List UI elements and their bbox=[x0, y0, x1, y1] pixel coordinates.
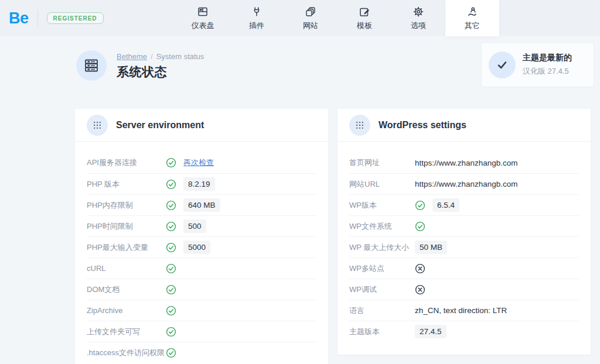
row-label: API服务器连接 bbox=[87, 157, 166, 168]
server-environment-card: Server environment API服务器连接再次检查PHP 版本8.2… bbox=[75, 109, 328, 364]
value-chip: 500 bbox=[183, 219, 206, 233]
row-label: PHP最大输入变量 bbox=[87, 242, 166, 253]
row-label: WP多站点 bbox=[349, 263, 415, 274]
status-row: API服务器连接再次检查 bbox=[87, 152, 316, 173]
theme-uptodate-check-icon bbox=[489, 51, 516, 78]
row-label: DOM文档 bbox=[87, 284, 166, 295]
card-header: WordPress settings bbox=[338, 109, 591, 142]
check-circle-icon bbox=[166, 348, 183, 358]
value-text: https://www.zhanzhangb.com bbox=[415, 180, 518, 188]
card-header: Server environment bbox=[75, 109, 328, 142]
page-title: 系统状态 bbox=[117, 64, 204, 80]
other-icon bbox=[466, 5, 478, 18]
nav-item-websites[interactable]: 网站 bbox=[284, 0, 338, 36]
check-circle-icon bbox=[166, 305, 183, 316]
status-rows: 首页网址https://www.zhanzhangb.com网站URLhttps… bbox=[338, 142, 591, 355]
status-row: .htaccess文件访问权限 bbox=[87, 342, 316, 363]
page-header: Betheme/System status 系统状态 主题是最新的 汉化版 27… bbox=[0, 36, 600, 109]
row-label: WP 最大上传大小 bbox=[349, 242, 415, 253]
breadcrumb-current: System status bbox=[156, 52, 204, 61]
check-circle-icon bbox=[166, 179, 183, 190]
status-row: WP版本6.5.4 bbox=[349, 194, 579, 215]
status-row: WP 最大上传大小50 MB bbox=[349, 236, 579, 257]
status-row: 主题版本27.4.5 bbox=[349, 321, 579, 342]
status-row: WP调试 bbox=[349, 279, 579, 300]
value-chip: 640 MB bbox=[183, 198, 220, 212]
row-label: 语言 bbox=[349, 305, 415, 316]
status-row: ZipArchive bbox=[87, 300, 316, 321]
status-row: PHP时间限制500 bbox=[87, 215, 316, 236]
value-chip: 6.5.4 bbox=[432, 198, 459, 212]
dots-grid-icon bbox=[87, 115, 108, 136]
status-rows: API服务器连接再次检查PHP 版本8.2.19PHP内存限制640 MBPHP… bbox=[75, 142, 328, 364]
status-row: 上传文件夹可写 bbox=[87, 321, 316, 342]
check-circle-icon bbox=[166, 157, 183, 168]
nav-item-dashboard[interactable]: 仪表盘 bbox=[176, 0, 230, 36]
brand-area: Be REGISTERED bbox=[0, 9, 104, 28]
system-status-icon bbox=[76, 50, 107, 81]
status-row: WP多站点 bbox=[349, 257, 579, 279]
row-label: ZipArchive bbox=[87, 306, 166, 315]
status-row: DOM文档 bbox=[87, 279, 316, 300]
plugins-icon bbox=[251, 5, 262, 18]
value-chip: 50 MB bbox=[415, 241, 447, 254]
check-circle-icon bbox=[166, 242, 183, 253]
row-label: WP文件系统 bbox=[349, 221, 415, 232]
nav-item-plugins[interactable]: 插件 bbox=[230, 0, 284, 36]
check-circle-icon bbox=[166, 200, 183, 211]
check-circle-icon bbox=[166, 327, 183, 337]
row-label: cURL bbox=[87, 264, 166, 273]
check-circle-icon bbox=[166, 263, 183, 274]
nav-item-options[interactable]: 选项 bbox=[391, 0, 445, 36]
row-label: 上传文件夹可写 bbox=[87, 327, 166, 337]
status-row: PHP最大输入变量5000 bbox=[87, 236, 316, 257]
value-chip: 5000 bbox=[183, 241, 210, 254]
status-row: 语言zh_CN, text direction: LTR bbox=[349, 300, 579, 321]
check-circle-icon bbox=[166, 221, 183, 232]
cross-circle-icon bbox=[415, 284, 432, 295]
dots-grid-icon bbox=[349, 115, 370, 136]
value-chip: 8.2.19 bbox=[183, 177, 215, 191]
nav-item-other[interactable]: 其它 bbox=[445, 0, 499, 36]
registered-badge: REGISTERED bbox=[47, 12, 104, 24]
status-row: 网站URLhttps://www.zhanzhangb.com bbox=[349, 173, 579, 194]
breadcrumb-separator: / bbox=[151, 52, 153, 61]
row-label: 首页网址 bbox=[349, 157, 415, 168]
row-label: 网站URL bbox=[349, 179, 415, 190]
check-circle-icon bbox=[415, 200, 432, 211]
card-title: WordPress settings bbox=[379, 120, 466, 131]
dashboard-icon bbox=[197, 5, 209, 18]
value-text: zh_CN, text direction: LTR bbox=[415, 306, 507, 315]
check-circle-icon bbox=[415, 221, 432, 232]
page-header-left: Betheme/System status 系统状态 bbox=[76, 50, 204, 81]
row-label: .htaccess文件访问权限 bbox=[87, 348, 166, 358]
betheme-logo[interactable]: Be bbox=[9, 9, 29, 28]
value-chip: 27.4.5 bbox=[415, 325, 446, 338]
check-circle-icon bbox=[166, 284, 183, 295]
main-navigation: 仪表盘 插件 网站 模板 选项 其它 bbox=[176, 0, 499, 36]
cross-circle-icon bbox=[415, 263, 432, 274]
top-navbar: Be REGISTERED 仪表盘 插件 网站 模板 选项 其它 bbox=[0, 0, 600, 36]
theme-status-title: 主题是最新的 bbox=[523, 53, 572, 63]
nav-item-templates[interactable]: 模板 bbox=[338, 0, 391, 36]
options-icon bbox=[412, 5, 424, 18]
breadcrumb-betheme-link[interactable]: Betheme bbox=[117, 52, 147, 61]
status-row: WP文件系统 bbox=[349, 215, 579, 236]
row-label: PHP 版本 bbox=[87, 179, 166, 190]
theme-status-version: 汉化版 27.4.5 bbox=[523, 66, 572, 77]
row-label: 主题版本 bbox=[349, 327, 415, 337]
websites-icon bbox=[305, 5, 316, 18]
status-row: cURL bbox=[87, 257, 316, 279]
row-label: WP版本 bbox=[349, 200, 415, 211]
row-label: WP调试 bbox=[349, 284, 415, 295]
wordpress-settings-card: WordPress settings 首页网址https://www.zhanz… bbox=[338, 109, 591, 355]
recheck-link[interactable]: 再次检查 bbox=[183, 157, 214, 168]
status-row: PHP 版本8.2.19 bbox=[87, 173, 316, 194]
theme-status-box: 主题是最新的 汉化版 27.4.5 bbox=[481, 42, 594, 87]
status-row: PHP内存限制640 MB bbox=[87, 194, 316, 215]
value-text: https://www.zhanzhangb.com bbox=[415, 159, 518, 167]
breadcrumb: Betheme/System status bbox=[117, 52, 204, 61]
row-label: PHP时间限制 bbox=[87, 221, 166, 232]
main-content: Server environment API服务器连接再次检查PHP 版本8.2… bbox=[0, 109, 600, 364]
status-row: 首页网址https://www.zhanzhangb.com bbox=[349, 152, 579, 173]
